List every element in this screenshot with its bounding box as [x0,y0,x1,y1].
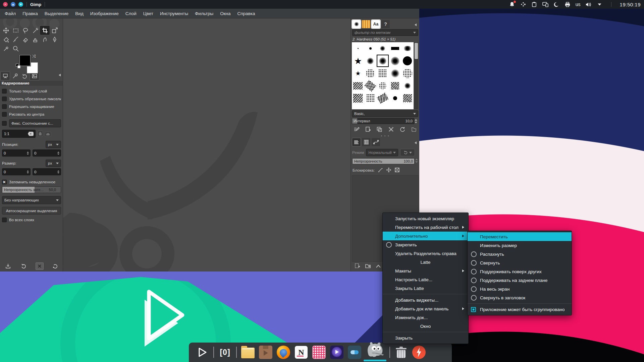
clone-tool[interactable] [30,35,40,44]
kdeconnect-icon[interactable] [542,1,548,7]
tool-option-checkbox[interactable]: Удалять обрезанные пиксели [2,95,61,103]
new-layer-group-icon[interactable] [365,263,371,270]
rectangle-select-tool[interactable] [11,26,20,35]
tab-tool-options[interactable] [1,72,10,80]
transform-tool[interactable] [50,26,59,35]
fixed-checkbox[interactable] [2,121,7,126]
free-select-tool[interactable] [20,26,30,35]
dots-grid-app-launcher[interactable] [312,346,326,359]
tab-brushes[interactable] [352,20,361,28]
notes-app-launcher[interactable]: N [294,346,308,359]
notifications-bell-icon[interactable] [509,1,515,7]
help-icon[interactable]: ? [381,20,390,28]
raise-layer-icon[interactable] [376,263,381,269]
ink-tool[interactable] [50,35,59,44]
clear-input-icon[interactable]: × [28,132,34,136]
brush-group-dropdown[interactable]: Basic, [352,110,418,117]
opacity-spinner[interactable] [415,159,418,163]
fuzzy-select-tool[interactable] [30,26,40,35]
lock-position-icon[interactable] [386,167,391,173]
menu-item[interactable]: Переместить [468,232,572,241]
all-layers-checkbox[interactable]: Во всех слоях [2,217,61,223]
paintbrush-tool[interactable] [11,35,20,44]
menu-item[interactable] [383,330,468,334]
menu-item[interactable]: Свернуть [468,258,572,267]
toggle-app-launcher[interactable] [348,346,361,359]
move-tool[interactable] [1,26,11,35]
firefox-launcher[interactable] [277,346,290,359]
edit-brush-icon[interactable] [354,126,360,134]
menu-item[interactable]: На весь экран [468,285,572,293]
device-notifier-icon[interactable] [520,1,526,7]
delete-brush-icon[interactable] [388,126,394,134]
package-app-launcher[interactable] [259,346,272,359]
refresh-brushes-icon[interactable] [399,126,406,134]
size-width-input[interactable]: 0 [2,168,31,175]
brush-spacing-slider[interactable]: Интервал 10,0 [352,118,414,124]
eraser-tool[interactable] [20,35,30,44]
gimp-menu-item[interactable]: Окна [217,9,234,18]
menu-item[interactable] [468,302,572,305]
spacing-spinner[interactable] [415,118,417,123]
night-color-icon[interactable] [553,1,559,7]
tab-fonts[interactable]: Aa [372,20,380,28]
aspect-ratio-input[interactable]: 1:1 × [2,130,36,138]
new-brush-icon[interactable] [365,126,371,134]
gimp-menu-item[interactable]: Правка [19,9,41,18]
tab-patterns[interactable] [362,20,370,28]
maximize-button[interactable] [11,2,15,7]
size-unit-dropdown[interactable]: px [46,160,61,167]
restore-tool-preset-icon[interactable] [20,262,28,270]
position-x-input[interactable]: 0 [2,149,31,157]
menu-item[interactable]: Свернуть в заголовок [468,293,572,302]
color-picker-tool[interactable] [1,44,11,53]
lock-pixels-icon[interactable] [378,167,383,173]
gimp-menu-item[interactable]: Слой [122,9,140,18]
autoshrink-button[interactable]: Автосокращение выделения [2,207,61,215]
keyboard-layout-indicator[interactable]: us [576,2,581,7]
position-unit-dropdown[interactable]: px [46,141,61,148]
menu-item[interactable]: Настроить Latte... [383,275,468,284]
brush-grid-scrollbar[interactable] [414,42,418,109]
tool-option-checkbox[interactable]: Разрешить наращивание [2,103,61,110]
volume-icon[interactable] [586,1,592,7]
menu-item[interactable]: Latte [383,258,468,266]
menu-item[interactable]: Добавить док или панель [383,304,468,313]
play-logo-launcher[interactable] [196,346,209,359]
menu-item[interactable]: Поддерживать на заднем плане [468,276,572,285]
menu-item[interactable]: Макеты [383,266,468,275]
brush-filter-input[interactable]: фильтр по меткам [352,29,418,36]
duplicate-brush-icon[interactable] [376,126,382,134]
tool-option-checkbox[interactable]: Рисовать из центра [2,110,61,118]
tray-expander-chevron-icon[interactable] [597,1,603,7]
lock-alpha-icon[interactable] [394,167,400,173]
gimp-task-icon[interactable] [366,342,385,359]
menu-item[interactable]: Удалить Разделитель справа [383,249,468,258]
smudge-tool[interactable] [40,35,50,44]
zoom-tool[interactable] [11,44,20,53]
panel-collapse-icon[interactable] [57,73,62,77]
tab-layers[interactable] [352,138,361,146]
layer-mode-dropdown[interactable]: Нормальный [366,149,398,156]
fixed-dropdown[interactable]: Фикс. Соотношение с... [9,119,61,127]
gimp-menu-item[interactable]: Фильтры [192,9,217,18]
menu-item[interactable]: Переместить на рабочий стол [383,223,468,232]
selected-brush-cell[interactable] [377,55,389,67]
menu-item[interactable] [383,293,468,296]
gimp-menu-item[interactable]: Изображение [87,9,122,18]
new-layer-icon[interactable] [354,263,360,270]
brush-grid[interactable]: ★ ★ [352,42,414,109]
gimp-menu-item[interactable]: Инструменты [157,9,192,18]
tab-channels[interactable] [362,138,370,146]
file-manager-launcher[interactable] [241,346,255,359]
delete-tool-preset-icon[interactable] [36,262,44,270]
swap-colors-icon[interactable]: ⤨ [32,54,36,59]
darken-opacity-slider[interactable]: Непрозрачность зате... 50,0 [2,186,61,193]
menu-item[interactable]: Запустить новый экземпляр [383,214,468,223]
reset-tool-options-icon[interactable] [51,262,59,270]
portrait-orientation-icon[interactable] [38,131,43,137]
position-y-input[interactable]: 0 [33,149,61,157]
menu-item[interactable]: Поддерживать поверх других [468,267,572,276]
foreground-color-swatch[interactable] [19,55,31,66]
power-lightning-launcher[interactable] [412,346,426,359]
